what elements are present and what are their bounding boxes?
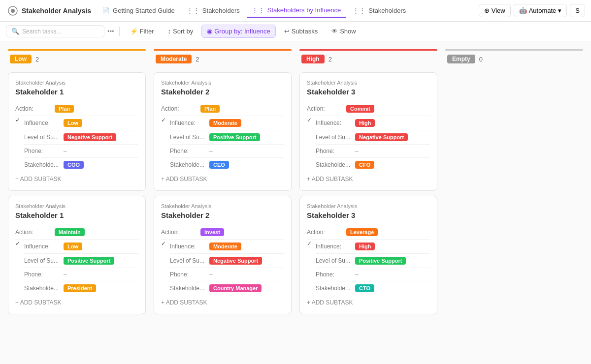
list-icon-1: ⋮⋮	[187, 7, 199, 14]
list-icon-3: ⋮⋮	[353, 7, 365, 14]
level-label: Level of Su...	[24, 134, 64, 141]
app-title: Stakeholder Analysis	[22, 7, 91, 15]
action-label: Action:	[161, 105, 200, 112]
col-badge-low: Low	[10, 55, 32, 63]
automate-label: Automate	[529, 7, 557, 14]
subtasks-button[interactable]: ↩ Subtasks	[279, 25, 323, 38]
level-tag: Positive Support	[209, 133, 260, 141]
share-button[interactable]: S	[570, 4, 585, 17]
card-field-action: Action: Commit	[307, 102, 430, 116]
card-moderate-1: Stakeholder Analysis Stakeholder 2 Actio…	[154, 196, 292, 314]
phone-value: –	[64, 148, 67, 154]
view-icon: ⊕	[484, 7, 490, 14]
card-title: Stakeholder 1	[15, 88, 138, 96]
card-field-action: Action: Plan	[15, 102, 138, 116]
tab-stakeholders-by-influence[interactable]: ⋮⋮ Stakeholders by Influence	[247, 3, 346, 18]
level-tag: Positive Support	[64, 257, 114, 265]
card-context: Stakeholder Analysis	[15, 80, 138, 86]
influence-label: Influence:	[24, 243, 64, 250]
top-nav: Stakeholder Analysis 📄 Getting Started G…	[0, 0, 591, 22]
add-subtask-button[interactable]: + ADD SUBTASK	[307, 295, 430, 307]
action-label: Action:	[307, 105, 346, 112]
card-moderate-0: Stakeholder Analysis Stakeholder 2 Actio…	[154, 72, 292, 191]
tab-getting-started[interactable]: 📄 Getting Started Guide	[97, 4, 180, 17]
card-check-row: ✓ Influence: Low Level of Su... Positive…	[15, 240, 138, 295]
phone-label: Phone:	[316, 148, 355, 154]
nav-right-actions: ⊕ View 🤖 Automate ▾ S	[479, 4, 585, 17]
tab-stakeholders-2-label: Stakeholders	[368, 7, 406, 14]
add-subtask-button[interactable]: + ADD SUBTASK	[15, 295, 138, 307]
card-field-level: Level of Su... Negative Support	[316, 130, 430, 145]
card-context: Stakeholder Analysis	[161, 203, 284, 209]
tab-getting-started-label: Getting Started Guide	[113, 7, 175, 14]
card-title: Stakeholder 3	[307, 88, 430, 96]
col-count-low: 2	[35, 56, 39, 63]
stake-tag: COO	[64, 161, 84, 169]
add-subtask-button[interactable]: + ADD SUBTASK	[161, 172, 284, 183]
column-empty: Empty 0	[445, 49, 583, 356]
phone-label: Phone:	[24, 148, 64, 154]
card-context: Stakeholder Analysis	[307, 80, 430, 86]
automate-chevron: ▾	[558, 7, 561, 14]
influence-label: Influence:	[316, 120, 355, 126]
show-icon: 👁	[331, 28, 338, 35]
sort-label: Sort by	[173, 28, 193, 35]
card-field-level: Level of Su... Positive Support	[170, 130, 284, 145]
level-tag: Negative Support	[64, 133, 116, 141]
action-label: Action:	[307, 229, 346, 236]
tab-stakeholders-label: Stakeholders	[202, 7, 240, 14]
stake-tag: Country Manager	[209, 284, 262, 292]
card-field-action: Action: Invest	[161, 225, 284, 240]
level-label: Level of Su...	[316, 257, 355, 264]
card-field-influence: Influence: Low	[24, 240, 138, 254]
card-field-influence: Influence: Moderate	[170, 116, 284, 130]
svg-point-1	[11, 9, 15, 13]
show-label: Show	[340, 28, 356, 35]
check-icon: ✓	[15, 116, 20, 123]
column-header-low: Low 2	[8, 49, 146, 67]
card-title: Stakeholder 1	[15, 211, 138, 219]
action-tag: Maintain	[55, 228, 85, 236]
add-subtask-button[interactable]: + ADD SUBTASK	[161, 295, 284, 307]
card-field-stake: Stakeholde... President	[24, 281, 138, 295]
search-wrap[interactable]: 🔍 Search tasks...	[6, 25, 104, 37]
tab-stakeholders[interactable]: ⋮⋮ Stakeholders	[182, 4, 245, 17]
add-subtask-button[interactable]: + ADD SUBTASK	[307, 172, 430, 183]
card-field-stake: Stakeholde... CTO	[316, 281, 430, 295]
tab-stakeholders-2[interactable]: ⋮⋮ Stakeholders	[348, 4, 411, 17]
level-label: Level of Su...	[24, 257, 64, 264]
toolbar: 🔍 Search tasks... ••• ⚡ Filter ↕ Sort by…	[0, 22, 591, 41]
subtasks-label: Subtasks	[292, 28, 318, 35]
app-icon	[6, 4, 20, 18]
stake-label: Stakeholde...	[170, 161, 209, 168]
view-button[interactable]: ⊕ View	[479, 4, 511, 17]
influence-label: Influence:	[170, 120, 209, 126]
card-field-level: Level of Su... Positive Support	[316, 254, 430, 268]
sort-button[interactable]: ↕ Sort by	[163, 25, 199, 38]
filter-button[interactable]: ⚡ Filter	[125, 25, 160, 38]
stake-tag: CEO	[209, 161, 229, 169]
card-field-phone: Phone: –	[24, 268, 138, 281]
card-field-phone: Phone: –	[24, 145, 138, 158]
toolbar-divider	[119, 27, 120, 36]
card-field-action: Action: Maintain	[15, 225, 138, 240]
influence-tag: Low	[64, 243, 82, 250]
automate-button[interactable]: 🤖 Automate ▾	[514, 4, 567, 17]
automate-icon: 🤖	[519, 7, 527, 14]
column-high: High 2 Stakeholder Analysis Stakeholder …	[299, 49, 437, 356]
card-low-1: Stakeholder Analysis Stakeholder 1 Actio…	[8, 196, 146, 314]
ellipsis-icon[interactable]: •••	[107, 28, 114, 35]
check-icon: ✓	[15, 240, 20, 247]
show-button[interactable]: 👁 Show	[326, 25, 361, 38]
phone-value: –	[355, 271, 359, 278]
col-badge-high: High	[301, 55, 325, 63]
card-check-row: ✓ Influence: Low Level of Su... Negative…	[15, 116, 138, 172]
add-subtask-button[interactable]: + ADD SUBTASK	[15, 172, 138, 183]
card-field-phone: Phone: –	[316, 268, 430, 281]
tab-stakeholders-by-influence-label: Stakeholders by Influence	[267, 6, 341, 14]
card-field-influence: Influence: High	[316, 240, 430, 254]
view-label: View	[492, 7, 505, 14]
check-icon: ✓	[307, 116, 312, 123]
column-low: Low 2 Stakeholder Analysis Stakeholder 1…	[8, 49, 146, 356]
group-button[interactable]: ◉ Group by: Influence	[201, 25, 275, 38]
